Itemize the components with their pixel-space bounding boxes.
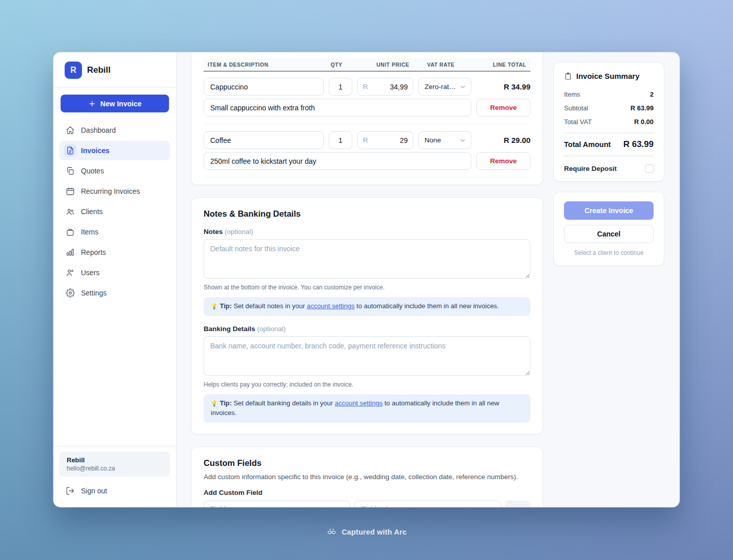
sidebar-item-label: Dashboard [81,126,116,134]
app-window: R Rebill New Invoice Dashboard Invoices … [53,52,680,507]
line-items-header: ITEM & DESCRIPTION QTY UNIT PRICE VAT RA… [204,58,530,72]
notes-textarea[interactable] [204,239,530,279]
summary-row-subtotal: Subtotal R 63.99 [564,101,654,115]
line-items-card: ITEM & DESCRIPTION QTY UNIT PRICE VAT RA… [191,52,543,185]
account-email: hello@rebill.co.za [67,465,163,472]
sidebar-item-label: Users [81,269,100,277]
item-vat-rate-select[interactable]: None [418,131,471,149]
sidebar-item-quotes[interactable]: Quotes [60,161,170,181]
item-description-input[interactable] [204,99,471,116]
create-invoice-button[interactable]: Create Invoice [564,201,654,220]
divider [564,156,654,156]
field-name-input[interactable] [204,500,350,507]
banking-helper: Helps clients pay you correctly; include… [204,381,530,388]
item-unit-price-input[interactable] [371,83,408,91]
total-amount-value: R 63.99 [623,139,654,150]
brand: R Rebill [53,52,176,87]
item-line-total: R 34.99 [476,82,530,91]
col-unit-price: UNIT PRICE [353,62,409,68]
lightbulb-icon: 💡 [211,400,218,406]
summary-total-row: Total Amount R 63.99 [564,137,654,152]
line-item-row: R None R 29.00 Remove [204,131,530,178]
currency-prefix: R [363,83,368,91]
select-client-hint: Select a client to continue [564,249,654,256]
account-name: Rebill [67,456,163,464]
notes-banking-title: Notes & Banking Details [204,209,530,219]
home-icon [66,126,75,135]
reports-icon [66,248,75,257]
custom-fields-card: Custom Fields Add custom information spe… [191,447,543,507]
add-custom-field-button[interactable]: Add [505,500,530,507]
new-invoice-button[interactable]: New Invoice [61,95,169,112]
lightbulb-icon: 💡 [211,303,218,309]
account-info: Rebill hello@rebill.co.za [60,452,170,477]
remove-item-button[interactable]: Remove [476,152,530,170]
item-unit-price-input[interactable] [371,136,408,144]
items-icon [66,227,75,237]
sign-out-label: Sign out [81,487,107,495]
arc-logo-icon [326,526,337,537]
main-content: ITEM & DESCRIPTION QTY UNIT PRICE VAT RA… [177,52,553,507]
account-settings-link[interactable]: account settings [335,399,383,407]
banking-details-label: Banking Details (optional) [204,325,530,333]
banking-tip: 💡Tip: Set default banking details in you… [204,394,530,423]
summary-row-total-vat: Total VAT R 0.00 [564,115,654,129]
plus-icon [88,100,96,108]
item-line-total: R 29.00 [476,136,530,144]
custom-fields-title: Custom Fields [204,458,530,468]
calendar-icon [66,187,75,196]
brand-name: Rebill [87,65,110,75]
banking-details-textarea[interactable] [204,336,530,376]
item-qty-input[interactable] [329,78,352,96]
account-settings-link[interactable]: account settings [307,302,355,310]
line-item-row: R Zero-rated ... R 34.99 Remove [204,78,530,124]
sidebar-nav: Dashboard Invoices Quotes Recurring Invo… [53,117,176,306]
divider [564,133,654,133]
custom-fields-subtitle: Add custom information specific to this … [204,473,530,481]
item-name-input[interactable] [204,78,324,96]
sidebar-item-settings[interactable]: Settings [60,283,170,303]
sidebar-item-items[interactable]: Items [60,222,170,242]
users-icon [66,268,75,277]
sidebar-item-label: Invoices [81,146,109,155]
invoice-actions-card: Create Invoice Cancel Select a client to… [553,192,664,266]
sidebar-item-clients[interactable]: Clients [60,202,170,221]
sign-out-button[interactable]: Sign out [60,482,170,500]
invoice-summary-card: Invoice Summary Items 2 Subtotal R 63.99… [553,62,664,182]
sidebar-item-reports[interactable]: Reports [60,243,170,262]
quotes-icon [66,166,75,175]
notes-tip: 💡Tip: Set default notes in your account … [204,297,530,316]
right-panel: Invoice Summary Items 2 Subtotal R 63.99… [553,52,680,507]
remove-item-button[interactable]: Remove [476,99,530,116]
add-custom-field-label: Add Custom Field [204,489,530,496]
require-deposit-row: Require Deposit [564,160,654,173]
item-qty-input[interactable] [329,131,352,149]
cancel-button[interactable]: Cancel [564,225,654,243]
item-description-input[interactable] [204,152,471,170]
brand-logo: R [65,62,82,79]
chevron-down-icon [459,137,466,144]
invoice-icon [64,144,76,157]
clients-icon [66,207,75,216]
sidebar-item-label: Reports [81,248,106,256]
item-vat-rate-select[interactable]: Zero-rated ... [418,78,471,96]
logout-icon [66,486,75,495]
sidebar-item-label: Recurring Invoices [81,187,140,195]
footer-label: Captured with Arc [342,528,407,536]
add-custom-field-row: Add [204,500,530,507]
sidebar-item-users[interactable]: Users [60,263,170,282]
new-invoice-label: New Invoice [100,100,142,108]
sidebar-item-label: Settings [81,289,107,297]
invoice-summary-title: Invoice Summary [564,72,654,80]
sidebar-item-recurring-invoices[interactable]: Recurring Invoices [60,182,170,201]
sidebar: R Rebill New Invoice Dashboard Invoices … [53,52,177,507]
require-deposit-checkbox[interactable] [645,164,654,173]
settings-icon [66,288,75,298]
sidebar-footer: Rebill hello@rebill.co.za Sign out [53,446,176,507]
item-name-input[interactable] [204,131,324,149]
notes-banking-card: Notes & Banking Details Notes (optional)… [191,197,543,434]
sidebar-item-invoices[interactable]: Invoices [60,141,170,160]
field-value-input[interactable] [354,500,501,507]
chevron-down-icon [459,83,466,91]
sidebar-item-dashboard[interactable]: Dashboard [60,121,170,140]
